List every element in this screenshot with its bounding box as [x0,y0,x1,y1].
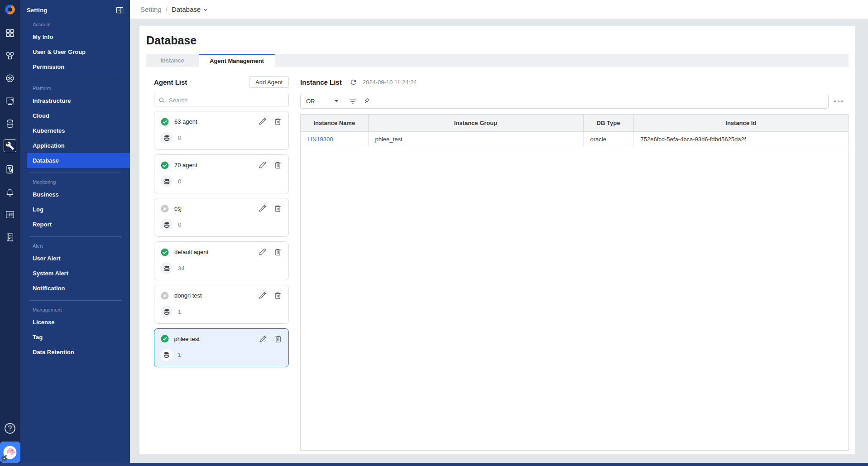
pin-icon[interactable] [362,97,370,106]
status-active-icon [161,118,169,126]
edit-agent-icon[interactable] [258,117,267,126]
divider [29,236,122,237]
database-count-icon [161,306,173,317]
alert-bell-icon[interactable] [5,187,15,197]
agent-name: dongri test [174,292,202,299]
sidebar-item-data-retention[interactable]: Data Retention [20,345,130,360]
agent-list-title: Agent List [154,78,187,86]
breadcrumb-current[interactable]: Database [172,5,208,13]
app-logo-icon[interactable] [4,3,16,16]
filter-operator-value: OR [306,98,315,105]
add-agent-button[interactable]: Add Agent [249,76,289,88]
more-options-icon[interactable] [829,101,849,102]
help-icon[interactable] [4,423,16,434]
sidebar-item-infrastructure[interactable]: Infrastructure [20,93,130,108]
agent-instance-count: 0 [178,135,181,141]
apps-grid-icon[interactable] [5,28,15,38]
delete-agent-icon[interactable] [273,161,282,169]
agent-instance-count: 34 [178,265,184,272]
sidebar-item-notification[interactable]: Notification [20,281,130,296]
agent-search-input[interactable] [169,97,284,104]
refreshed-timestamp: 2024-09-10 11:24:24 [363,79,417,86]
instance-table: Instance Name Instance Group DB Type Ins… [300,114,849,451]
db-type-cell: oracle [583,131,633,147]
agent-instance-count: 0 [178,178,181,185]
top-breadcrumb-bar: Setting / Database [130,0,868,19]
edit-agent-icon[interactable] [259,335,267,343]
tab-instance[interactable]: Instance [146,54,199,67]
agent-card-csj[interactable]: csj 0 [154,198,289,237]
column-header-db-type[interactable]: DB Type [583,115,633,131]
page-title: Database [146,34,855,47]
content-card: Database Instance Agent Management Agent… [139,26,855,454]
filter-list-icon[interactable] [349,97,357,106]
settings-wrench-icon[interactable] [4,139,16,152]
kubernetes-wheel-icon[interactable] [5,73,15,84]
sidebar-item-permission[interactable]: Permission [20,59,130,74]
column-header-instance-id[interactable]: Instance Id [633,115,848,131]
delete-agent-icon[interactable] [274,335,283,343]
refresh-icon[interactable] [350,78,357,86]
delete-agent-icon[interactable] [273,248,282,256]
breadcrumb-current-label: Database [172,5,201,13]
agent-card-dongri-test[interactable]: dongri test 1 [154,285,289,324]
sidebar-item-report[interactable]: Report [20,217,130,232]
sidebar-item-user-alert[interactable]: User Alert [20,251,130,266]
sidebar-item-cloud[interactable]: Cloud [20,108,130,123]
sidebar-item-business[interactable]: Business [20,187,130,202]
user-avatar[interactable] [0,442,20,463]
sidebar-section-monitoring: Monitoring Business Log Report [20,177,130,232]
database-cylinder-icon[interactable] [5,118,15,129]
sidebar-item-application[interactable]: Application [20,138,130,153]
sidebar-item-license[interactable]: License [20,315,130,330]
hexagon-cluster-icon[interactable] [5,50,15,61]
sidebar-item-system-alert[interactable]: System Alert [20,266,130,281]
status-active-icon [161,335,169,343]
database-count-icon [161,132,173,144]
tab-agent-management[interactable]: Agent Management [199,54,275,67]
status-inactive-icon [161,292,169,300]
agent-name: default agent [174,249,208,255]
avatar-gear-icon [1,456,7,461]
instance-name-link[interactable]: LIN19300 [301,131,368,147]
agent-card-phlee-test[interactable]: phlee test 1 [154,328,289,367]
agent-card-70-agent[interactable]: 70 agent 0 [154,154,289,193]
status-active-icon [161,161,169,169]
agent-card-default-agent[interactable]: default agent 34 [154,241,289,280]
delete-agent-icon[interactable] [273,117,282,126]
agent-instance-count: 1 [178,351,181,358]
delete-agent-icon[interactable] [273,204,282,213]
agent-name: csj [174,205,182,212]
log-search-document-icon[interactable] [5,164,15,175]
sidebar-item-user-and-user-group[interactable]: User & User Group [20,44,130,59]
sidebar-item-log[interactable]: Log [20,202,130,217]
agent-name: phlee test [174,336,200,342]
sidebar-item-tag[interactable]: Tag [20,330,130,345]
infrastructure-monitor-icon[interactable] [5,96,15,106]
edit-agent-icon[interactable] [258,204,267,213]
breadcrumb-separator: / [166,5,168,13]
bottom-strip [0,463,868,466]
column-header-instance-group[interactable]: Instance Group [368,115,583,131]
section-label: Alert [20,241,130,251]
breadcrumb-parent[interactable]: Setting [140,5,162,13]
agent-instance-count: 1 [178,308,181,315]
collapse-sidebar-icon[interactable] [116,6,124,14]
report-chart-icon[interactable] [5,209,15,220]
filter-operator-select[interactable]: OR [301,94,343,108]
edit-agent-icon[interactable] [258,291,267,300]
divider [29,173,122,173]
delete-agent-icon[interactable] [273,291,282,300]
column-header-instance-name[interactable]: Instance Name [301,115,368,131]
clipboard-document-icon[interactable] [5,232,15,243]
section-label: Platform [20,83,130,93]
sidebar-item-my-info[interactable]: My Info [20,29,130,44]
edit-agent-icon[interactable] [258,248,267,256]
section-label: Monitoring [20,177,130,187]
instance-id-cell: 752e6fcd-5efa-4bca-93d6-fdbd5625da2f [633,131,848,147]
edit-agent-icon[interactable] [258,161,267,169]
sidebar-item-database[interactable]: Database [27,153,130,168]
agent-card-63-agent[interactable]: 63 agent 0 [154,111,289,150]
divider [29,79,122,79]
sidebar-item-kubernetes[interactable]: Kubernetes [20,123,130,138]
